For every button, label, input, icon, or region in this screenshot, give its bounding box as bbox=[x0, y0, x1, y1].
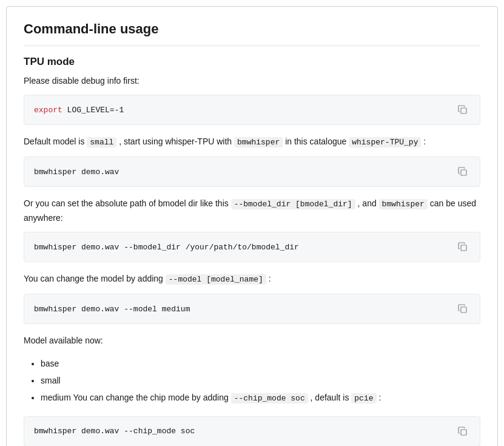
model-list: base small medium You can change the chi… bbox=[24, 355, 480, 407]
absolute-path-code1: --bmodel_dir [bmodel_dir] bbox=[231, 199, 355, 209]
copy-icon bbox=[458, 427, 468, 436]
default-model-text2: , start using whisper-TPU with bbox=[116, 137, 234, 146]
copy-change-model-button[interactable] bbox=[455, 303, 470, 315]
bmwhisper-code-block: bmwhisper demo.wav bbox=[24, 157, 480, 187]
svg-rect-4 bbox=[461, 430, 466, 435]
absolute-path-text2: , and bbox=[355, 198, 379, 208]
change-model-code1: --model [model_name] bbox=[166, 274, 266, 285]
default-model-code1: small bbox=[87, 137, 116, 147]
chip-mode-code2: pcie bbox=[351, 393, 376, 404]
copy-bmwhisper-button[interactable] bbox=[455, 166, 470, 178]
absolute-path-code-text: bmwhisper demo.wav --bmodel_dir /your/pa… bbox=[34, 243, 451, 252]
absolute-path-code-block: bmwhisper demo.wav --bmodel_dir /your/pa… bbox=[24, 232, 480, 262]
copy-absolute-path-button[interactable] bbox=[455, 241, 470, 253]
chip-mode-prefix: medium You can change the chip mode by a… bbox=[41, 393, 231, 402]
copy-export-button[interactable] bbox=[455, 104, 470, 116]
default-model-text4: : bbox=[421, 137, 426, 146]
chip-mode-mid: , default is bbox=[308, 393, 352, 402]
export-code-block: export LOG_LEVEL=-1 bbox=[24, 95, 480, 125]
copy-icon bbox=[458, 242, 468, 252]
list-item-chip-mode: medium You can change the chip mode by a… bbox=[41, 389, 480, 407]
change-model-code-text: bmwhisper demo.wav --model medium bbox=[34, 305, 451, 314]
model-available-desc: Model available now: bbox=[24, 334, 480, 347]
default-model-text1: Default model is bbox=[24, 137, 87, 146]
change-model-desc: You can change the model by adding --mod… bbox=[24, 272, 480, 286]
tpu-mode-heading: TPU mode bbox=[24, 56, 480, 68]
copy-icon bbox=[458, 304, 468, 314]
svg-rect-1 bbox=[461, 170, 466, 175]
page-container: Command-line usage TPU mode Please disab… bbox=[6, 6, 498, 446]
export-rest: LOG_LEVEL=-1 bbox=[62, 106, 124, 115]
absolute-path-code2: bmwhisper bbox=[379, 199, 428, 209]
default-model-desc: Default model is small , start using whi… bbox=[24, 135, 480, 149]
change-model-code-block: bmwhisper demo.wav --model medium bbox=[24, 294, 480, 324]
export-keyword: export bbox=[34, 106, 62, 115]
copy-icon bbox=[458, 167, 468, 177]
svg-rect-0 bbox=[461, 108, 466, 113]
page-title: Command-line usage bbox=[24, 21, 480, 46]
chip-mode-suffix: : bbox=[377, 393, 381, 402]
chip-mode-code-block: bmwhisper demo.wav --chip_mode soc bbox=[24, 416, 480, 446]
copy-chip-mode-button[interactable] bbox=[455, 425, 470, 438]
chip-mode-code-text: bmwhisper demo.wav --chip_mode soc bbox=[34, 427, 451, 436]
absolute-path-text1: Or you can set the absolute path of bmod… bbox=[24, 198, 231, 208]
default-model-code2: bmwhisper bbox=[234, 137, 283, 147]
default-model-code3: whisper-TPU_py bbox=[349, 137, 421, 147]
list-item: base bbox=[41, 355, 480, 372]
list-item: small bbox=[41, 372, 480, 389]
svg-rect-2 bbox=[461, 245, 466, 251]
chip-mode-code1: --chip_mode soc bbox=[231, 393, 308, 404]
bmwhisper-code-text: bmwhisper demo.wav bbox=[34, 167, 451, 177]
disable-debug-desc: Please disable debug info first: bbox=[24, 74, 480, 87]
change-model-text2: : bbox=[266, 274, 271, 283]
absolute-path-desc: Or you can set the absolute path of bmod… bbox=[24, 197, 480, 225]
export-code-text: export LOG_LEVEL=-1 bbox=[34, 106, 451, 115]
copy-icon bbox=[458, 105, 468, 115]
change-model-text1: You can change the model by adding bbox=[24, 274, 166, 283]
default-model-text3: in this catalogue bbox=[283, 137, 349, 146]
svg-rect-3 bbox=[461, 307, 466, 313]
